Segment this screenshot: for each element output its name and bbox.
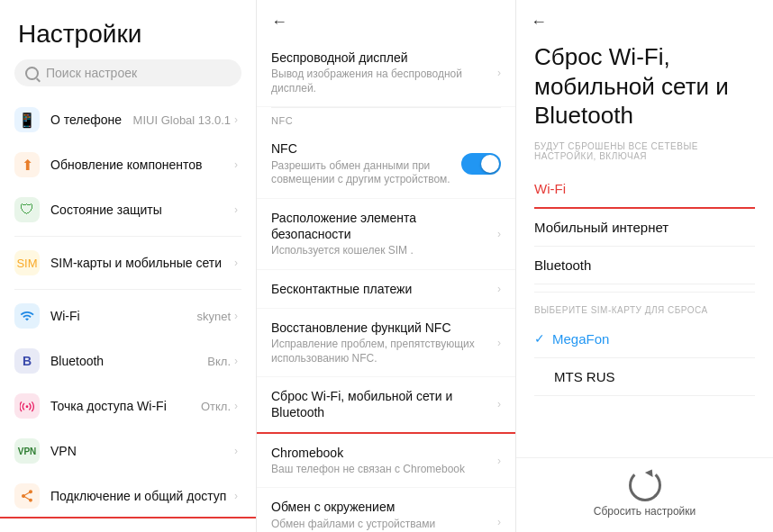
nearby-title: Обмен с окружением [271,499,490,515]
search-box[interactable]: Поиск настроек [14,59,241,86]
wireless-display-item[interactable]: Беспроводной дисплей Вывод изображения н… [257,39,515,107]
sidebar-item-wifi[interactable]: Wi-Fi skynet › [0,293,256,338]
left-panel: Настройки Поиск настроек 📱 О телефоне MI… [0,0,257,532]
sidebar-item-share[interactable]: Подключение и общий доступ › [0,473,256,518]
wifi-icon [14,303,40,329]
mobile-item[interactable]: Мобильный интернет [534,209,755,247]
sim-section-label: ВЫБЕРИТЕ SIM-КАРТУ ДЛЯ СБРОСА [534,305,755,315]
sidebar-item-update[interactable]: ⬆ Обновление компонентов › [0,142,256,187]
sidebar-item-bluetooth[interactable]: B Bluetooth Вкл. › [0,338,256,383]
reset-footer: Сбросить настройки [516,457,773,532]
chromebook-item[interactable]: Chromebook Ваш телефон не связан с Chrom… [257,434,515,489]
divider [14,236,241,237]
nfc-section-label: NFC [257,108,515,130]
mts-sim-item[interactable]: MTS RUS [534,358,755,396]
sidebar-item-vpn[interactable]: VPN VPN › [0,428,256,473]
bluetooth-item[interactable]: Bluetooth [534,247,755,284]
update-label: Обновление компонентов [50,158,231,172]
middle-list: Беспроводной дисплей Вывод изображения н… [257,39,515,532]
security-element-item[interactable]: Расположение элемента безопасности Испол… [257,199,515,270]
update-icon: ⬆ [14,152,40,177]
chevron-icon: › [497,337,501,349]
chevron-icon: › [497,398,501,410]
chevron-icon: › [234,203,238,216]
reset-wifi-item[interactable]: Сброс Wi-Fi, мобильной сети и Bluetooth … [257,377,515,433]
chevron-icon: › [234,445,238,457]
chevron-icon: › [234,257,238,269]
nearby-sub: Обмен файлами с устройствами поблизости [271,518,490,532]
middle-header: ← [257,0,515,39]
middle-panel: ← Беспроводной дисплей Вывод изображения… [257,0,516,532]
megafon-sim-item[interactable]: ✓ MegaFon [534,320,755,358]
section-separator [534,292,755,293]
wifi-label: Wi-Fi [50,309,196,323]
chevron-icon: › [234,490,238,502]
chevron-icon: › [234,400,238,412]
wireless-display-title: Беспроводной дисплей [271,50,490,66]
back-button[interactable]: ← [271,13,287,32]
sidebar-item-sim[interactable]: SIM SIM-карты и мобильные сети › [0,240,256,285]
hotspot-value: Откл. [201,400,231,413]
phone-icon: 📱 [14,107,40,132]
chevron-icon: › [497,455,501,467]
security-element-sub: Используется кошелек SIM . [271,244,490,258]
sidebar-item-hotspot[interactable]: Точка доступа Wi-Fi Откл. › [0,383,256,428]
chevron-icon: › [234,355,238,367]
sidebar-item-phone[interactable]: 📱 О телефоне MIUI Global 13.0.1 › [0,97,256,142]
reset-wifi-title: Сброс Wi-Fi, мобильной сети и Bluetooth [271,388,490,420]
nfc-restore-item[interactable]: Восстановление функций NFC Исправление п… [257,309,515,377]
sidebar-item-shield[interactable]: 🛡 Состояние защиты › [0,187,256,232]
chromebook-title: Chromebook [271,445,490,461]
chevron-icon: › [234,113,238,126]
vpn-label: VPN [50,444,231,458]
mts-label: MTS RUS [554,369,615,384]
bluetooth-label: Bluetooth [50,354,207,368]
nfc-title: NFC [271,140,454,157]
bluetooth-value: Вкл. [207,355,231,368]
toggle-knob [481,155,499,173]
nfc-restore-title: Восстановление функций NFC [271,320,490,336]
chevron-icon: › [497,516,501,528]
divider [14,289,241,290]
search-icon [25,67,39,80]
phone-label: О телефоне [50,113,133,127]
security-element-title: Расположение элемента безопасности [271,210,490,242]
share-label: Подключение и общий доступ [50,489,231,503]
reset-button[interactable]: Сбросить настройки [594,505,696,518]
nfc-toggle[interactable] [461,153,501,175]
right-content: Сброс Wi-Fi, мобильной сети и Bluetooth … [516,35,773,457]
vpn-icon: VPN [14,438,40,464]
right-title: Сброс Wi-Fi, мобильной сети и Bluetooth [534,42,755,131]
right-section-label: БУДУТ СБРОШЕНЫ ВСЕ СЕТЕВЫЕ НАСТРОЙКИ, ВК… [534,141,755,161]
reset-icon [629,469,661,501]
chevron-icon: › [497,283,501,295]
contactless-item[interactable]: Бесконтактные платежи › [257,270,515,309]
contactless-title: Бесконтактные платежи [271,281,490,297]
right-panel: ← Сброс Wi-Fi, мобильной сети и Bluetoot… [516,0,773,532]
chevron-icon: › [234,310,238,322]
hotspot-label: Точка доступа Wi-Fi [50,399,201,413]
nearby-item[interactable]: Обмен с окружением Обмен файлами с устро… [257,488,515,532]
share-icon [14,483,40,509]
right-back-button[interactable]: ← [531,13,547,32]
nfc-item[interactable]: NFC Разрешить обмен данными при совмещен… [257,130,515,198]
chromebook-sub: Ваш телефон не связан с Chromebook [271,463,490,477]
wireless-display-sub: Вывод изображения на беспроводной диспле… [271,68,490,95]
settings-list: 📱 О телефоне MIUI Global 13.0.1 › ⬆ Обно… [0,97,256,532]
phone-value: MIUI Global 13.0.1 [133,113,231,127]
shield-icon: 🛡 [14,197,40,222]
checkmark-icon: ✓ [534,331,545,346]
sim-label: SIM-карты и мобильные сети [50,256,231,270]
sim-icon: SIM [14,250,40,275]
nfc-sub: Разрешить обмен данными при совмещении с… [271,159,454,187]
nfc-restore-sub: Исправление проблем, препятствующих испо… [271,338,490,365]
search-placeholder: Поиск настроек [46,66,137,80]
chevron-icon: › [497,67,501,79]
right-header: ← [516,0,773,35]
bluetooth-icon: B [14,348,40,374]
hotspot-icon [14,393,40,419]
wifi-value: skynet [196,310,231,323]
wifi-tab[interactable]: Wi-Fi [534,170,755,209]
chevron-icon: › [497,228,501,240]
chevron-icon: › [234,158,238,171]
